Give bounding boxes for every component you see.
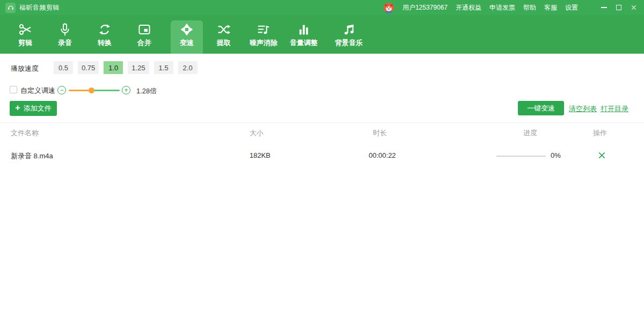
app-logo — [5, 3, 16, 13]
speed-option-1.0[interactable]: 1.0 — [104, 61, 123, 74]
tab-label: 噪声消除 — [250, 38, 277, 48]
convert-icon — [97, 22, 112, 37]
titlebar-right: 用户125379067 开通权益 申请发票 帮助 客服 设置 — [383, 2, 640, 13]
col-header-progress: 进度 — [523, 128, 537, 138]
tab-label: 变速 — [180, 38, 194, 48]
speed-icon — [179, 22, 194, 37]
col-header-size: 大小 — [250, 128, 264, 138]
main-content: 播放速度 0.5 0.75 1.0 1.25 1.5 2.0 自定义调速 − +… — [0, 54, 644, 322]
tab-cut[interactable]: 剪辑 — [5, 20, 45, 54]
tab-label: 转换 — [98, 38, 112, 48]
close-icon — [631, 4, 637, 11]
table-separator — [0, 122, 644, 123]
progress-bar — [496, 156, 546, 157]
tab-convert[interactable]: 转换 — [85, 20, 125, 54]
slider-plus-button[interactable]: + — [122, 86, 130, 94]
delete-file-button[interactable] — [597, 150, 606, 160]
slider-track-remaining[interactable] — [91, 90, 120, 91]
scissors-icon — [18, 22, 33, 37]
tab-speed-change[interactable]: 变速 — [171, 20, 203, 54]
apply-speed-button[interactable]: 一键变速 — [518, 101, 564, 115]
headphones-icon — [7, 4, 14, 11]
tab-label: 合并 — [137, 38, 151, 48]
file-name: 新录音 8.m4a — [11, 151, 53, 161]
speed-option-1.5[interactable]: 1.5 — [154, 61, 173, 74]
tab-volume-adjust[interactable]: 音量调整 — [280, 20, 327, 54]
playback-speed-label: 播放速度 — [11, 64, 39, 74]
tab-extract[interactable]: 提取 — [208, 20, 240, 54]
user-name[interactable]: 用户125379067 — [402, 3, 448, 12]
tab-background-music[interactable]: 背景音乐 — [325, 20, 372, 54]
speed-option-1.25[interactable]: 1.25 — [128, 61, 149, 74]
col-header-filename: 文件名称 — [11, 128, 39, 138]
minimize-icon — [601, 7, 607, 8]
background-music-icon — [341, 22, 356, 37]
slider-minus-button[interactable]: − — [57, 86, 66, 94]
window-controls — [598, 2, 640, 13]
speed-option-2.0[interactable]: 2.0 — [178, 61, 197, 74]
tab-label: 背景音乐 — [335, 38, 363, 48]
file-size: 182KB — [250, 151, 270, 159]
volume-adjust-icon — [296, 22, 311, 37]
tab-label: 提取 — [217, 38, 231, 48]
delete-x-icon — [598, 151, 606, 159]
extract-icon — [216, 22, 231, 37]
maximize-button[interactable] — [613, 2, 625, 13]
tab-label: 录音 — [58, 38, 72, 48]
menu-item-help[interactable]: 帮助 — [523, 3, 536, 12]
plus-icon: + — [15, 104, 20, 112]
slider-handle[interactable] — [89, 87, 94, 93]
col-header-duration: 时长 — [373, 128, 387, 138]
tab-record[interactable]: 录音 — [45, 20, 85, 54]
open-folder-link[interactable]: 打开目录 — [601, 104, 628, 114]
close-button[interactable] — [628, 2, 640, 13]
titlebar: 福昕音频剪辑 用户125379067 开通权益 申请发票 帮助 客服 设置 — [0, 0, 644, 15]
clear-list-link[interactable]: 清空列表 — [569, 104, 597, 114]
menu-item-settings[interactable]: 设置 — [565, 3, 578, 12]
minimize-button[interactable] — [598, 2, 610, 13]
file-duration: 00:00:22 — [369, 151, 396, 159]
merge-icon — [137, 22, 152, 37]
app-window: 福昕音频剪辑 用户125379067 开通权益 申请发票 帮助 客服 设置 — [0, 0, 644, 322]
custom-speed-value: 1.28倍 — [136, 86, 157, 96]
toolbar: 剪辑 录音 转换 合并 — [0, 15, 644, 54]
custom-speed-label: 自定义调速 — [20, 86, 55, 96]
speed-options: 0.5 0.75 1.0 1.25 1.5 2.0 — [54, 61, 197, 74]
menu-item-support[interactable]: 客服 — [544, 3, 557, 12]
user-avatar[interactable] — [383, 2, 394, 13]
menu-item-invoice[interactable]: 申请发票 — [489, 3, 515, 12]
tab-label: 音量调整 — [290, 38, 318, 48]
app-title: 福昕音频剪辑 — [19, 3, 60, 12]
col-header-action: 操作 — [593, 128, 607, 138]
progress-percent: 0% — [551, 151, 561, 159]
custom-speed-slider: − + — [57, 85, 139, 95]
custom-speed-checkbox[interactable] — [10, 86, 17, 93]
menu-item-upgrade[interactable]: 开通权益 — [456, 3, 481, 12]
speed-option-0.5[interactable]: 0.5 — [54, 61, 73, 74]
slider-track-filled[interactable] — [69, 90, 91, 91]
add-file-label: 添加文件 — [24, 104, 52, 113]
maximize-icon — [616, 5, 621, 10]
tab-merge[interactable]: 合并 — [125, 20, 164, 54]
add-file-button[interactable]: + 添加文件 — [10, 101, 57, 116]
speed-option-0.75[interactable]: 0.75 — [78, 61, 99, 74]
tab-label: 剪辑 — [18, 38, 32, 48]
microphone-icon — [57, 22, 72, 37]
noise-removal-icon — [256, 22, 271, 37]
